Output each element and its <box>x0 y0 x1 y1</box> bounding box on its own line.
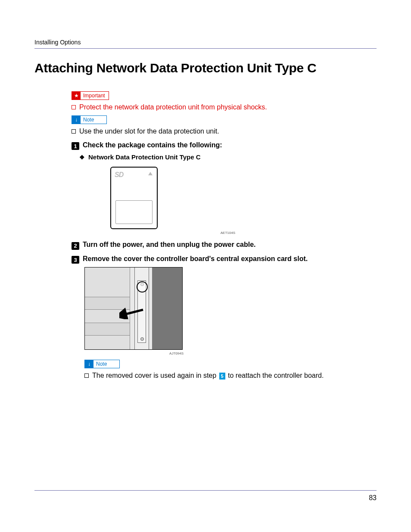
important-item: Protect the network data protection unit… <box>72 103 377 111</box>
diamond-icon: ❖ <box>79 154 85 161</box>
square-bullet-icon <box>84 373 89 378</box>
square-bullet-icon <box>72 129 76 134</box>
star-icon: ★ <box>72 91 81 100</box>
package-item-line: ❖ Network Data Protection Unit Type C <box>79 153 377 161</box>
screw-icon <box>140 337 144 341</box>
note-label: Note <box>81 117 94 123</box>
note-badge: ↓ Note <box>72 115 107 124</box>
sd-card-illustration: SD <box>110 167 158 229</box>
note-badge: ↓ Note <box>84 360 120 368</box>
page-footer: 83 <box>34 490 377 502</box>
figure-sd-card: SD AET104S <box>110 167 377 235</box>
triangle-icon <box>148 172 153 175</box>
note-item: Use the under slot for the data protecti… <box>72 128 377 135</box>
machine-tray <box>85 323 130 336</box>
highlight-circle-icon <box>137 281 148 292</box>
content-block: ★ Important Protect the network data pro… <box>34 91 377 380</box>
figure-2-caption: AJT094S <box>84 352 184 355</box>
important-label: Important <box>81 93 105 99</box>
step-2: 2 Turn off the power, and then unplug th… <box>72 241 377 249</box>
step-number-icon: 1 <box>72 142 79 150</box>
note-2-block: ↓ Note The removed cover is used again i… <box>84 360 377 380</box>
square-bullet-icon <box>72 105 76 109</box>
step-3-text: Remove the cover the controller board's … <box>83 255 308 263</box>
sd-logo-icon: SD <box>115 171 123 178</box>
package-item-text: Network Data Protection Unit Type C <box>88 153 201 161</box>
step-2-text: Turn off the power, and then unplug the … <box>83 241 255 249</box>
note-2-item: The removed cover is used again in step … <box>84 372 377 380</box>
note-2-text: The removed cover is used again in step … <box>92 372 324 380</box>
arrow-down-icon: ↓ <box>72 115 81 124</box>
figure-machine: AJT094S <box>84 267 377 355</box>
note-2-text-before: The removed cover is used again in step <box>92 372 218 379</box>
sd-label-area <box>115 200 153 224</box>
page-title: Attaching Network Data Protection Unit T… <box>34 61 377 76</box>
running-header: Installing Options <box>34 39 377 49</box>
machine-right-panel <box>152 268 182 349</box>
arrow-icon <box>119 306 145 319</box>
note-text: Use the under slot for the data protecti… <box>79 128 219 135</box>
step-number-icon: 3 <box>72 256 79 264</box>
note-label: Note <box>93 361 107 367</box>
step-1: 1 Check the package contains the followi… <box>72 141 377 149</box>
step-ref-badge: 5 <box>219 373 225 380</box>
page-number: 83 <box>369 494 377 501</box>
step-1-text: Check the package contains the following… <box>83 141 222 149</box>
important-text: Protect the network data protection unit… <box>79 103 267 111</box>
step-3: 3 Remove the cover the controller board'… <box>72 255 377 263</box>
arrow-down-icon: ↓ <box>85 360 93 368</box>
step-number-icon: 2 <box>72 242 79 250</box>
note-2-text-after: to reattach the controller board. <box>226 372 324 379</box>
figure-1-caption: AET104S <box>110 231 235 235</box>
machine-illustration <box>84 267 183 350</box>
svg-line-0 <box>123 310 143 315</box>
important-badge: ★ Important <box>72 91 109 100</box>
